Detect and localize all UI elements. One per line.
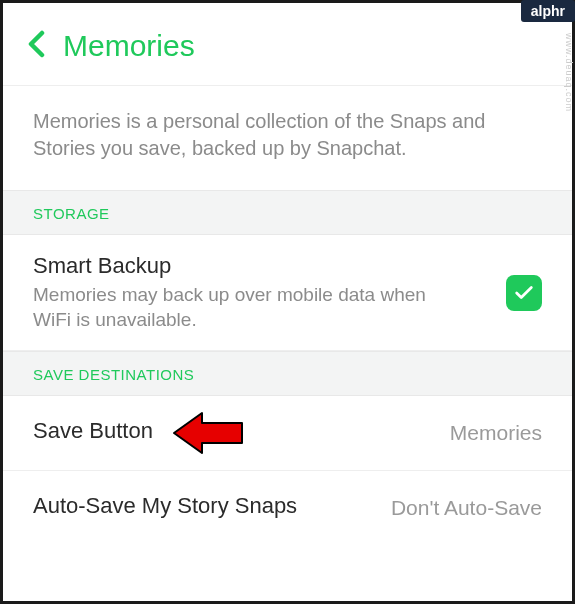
section-label-storage: STORAGE bbox=[33, 205, 542, 222]
row-auto-save[interactable]: Auto-Save My Story Snaps Don't Auto-Save bbox=[3, 471, 572, 545]
smart-backup-title: Smart Backup bbox=[33, 253, 506, 279]
auto-save-title: Auto-Save My Story Snaps bbox=[33, 493, 297, 519]
smart-backup-checkbox[interactable] bbox=[506, 275, 542, 311]
app-frame: alphr www.deuaq.com Memories Memories is… bbox=[0, 0, 575, 604]
save-button-title: Save Button bbox=[33, 418, 153, 444]
checkmark-icon bbox=[513, 282, 535, 304]
section-header-storage: STORAGE bbox=[3, 190, 572, 235]
section-header-save-destinations: SAVE DESTINATIONS bbox=[3, 351, 572, 396]
watermark-text: www.deuaq.com bbox=[564, 33, 574, 112]
back-chevron-icon[interactable] bbox=[27, 30, 45, 63]
row-smart-backup[interactable]: Smart Backup Memories may back up over m… bbox=[3, 235, 572, 351]
row-text-block: Smart Backup Memories may back up over m… bbox=[33, 253, 506, 332]
alphr-badge: alphr bbox=[521, 0, 575, 22]
description-block: Memories is a personal collection of the… bbox=[3, 85, 572, 190]
red-arrow-icon bbox=[172, 409, 244, 457]
header-bar: Memories bbox=[3, 3, 572, 85]
row-save-button[interactable]: Save Button Memories bbox=[3, 396, 572, 471]
page-title: Memories bbox=[63, 29, 195, 63]
auto-save-value: Don't Auto-Save bbox=[391, 496, 542, 520]
description-text: Memories is a personal collection of the… bbox=[33, 108, 542, 162]
section-label-save-destinations: SAVE DESTINATIONS bbox=[33, 366, 542, 383]
save-button-value: Memories bbox=[450, 421, 542, 445]
smart-backup-subtitle: Memories may back up over mobile data wh… bbox=[33, 283, 506, 332]
